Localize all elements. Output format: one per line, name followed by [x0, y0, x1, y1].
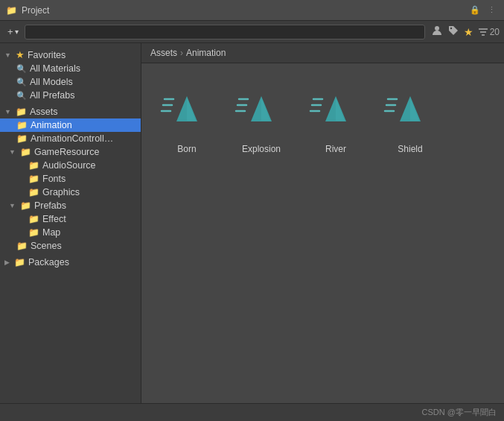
prefabs-folder-icon: 📁: [20, 200, 31, 211]
breadcrumb-root: Assets: [150, 48, 177, 58]
asset-born-icon: [157, 81, 217, 141]
effect-folder-icon: 📁: [28, 214, 39, 224]
title-bar: 📁 Project 🔒 ⋮: [0, 0, 504, 21]
sidebar-item-all-prefabs[interactable]: 🔍 All Prefabs: [0, 89, 141, 102]
sidebar-item-graphics[interactable]: 📁 Graphics: [0, 186, 141, 199]
svg-point-0: [435, 26, 439, 31]
sidebar-item-animationcontroller[interactable]: 📁 AnimationControll…: [0, 132, 141, 145]
content-area: Assets › Animation: [141, 43, 504, 403]
map-folder-icon: 📁: [28, 227, 39, 238]
animctrl-folder-icon: 📁: [16, 133, 28, 144]
search-input[interactable]: [25, 25, 425, 39]
favorites-star: ★: [16, 49, 25, 60]
account-icon[interactable]: [431, 25, 443, 39]
title-bar-left: 📁 Project: [6, 5, 49, 16]
main-layout: ▼ ★ Favorites 🔍 All Materials 🔍 All Mode…: [0, 43, 504, 403]
fonts-label: Fonts: [42, 174, 66, 184]
sidebar-item-animation[interactable]: 📁 Animation: [0, 118, 141, 132]
favorites-arrow: ▼: [4, 51, 11, 59]
tag-icon[interactable]: [447, 25, 459, 39]
asset-explosion-label: Explosion: [242, 144, 281, 154]
prefabs-arrow: ▼: [9, 202, 16, 209]
packages-arrow: ▶: [4, 259, 10, 266]
asset-shield[interactable]: Shield: [377, 75, 444, 157]
title-label: Project: [22, 5, 49, 16]
effect-label: Effect: [42, 214, 66, 224]
audio-folder-icon: 📁: [28, 160, 39, 171]
asset-river[interactable]: River: [302, 75, 369, 157]
breadcrumb: Assets › Animation: [141, 43, 504, 63]
breadcrumb-current: Animation: [186, 48, 226, 58]
asset-river-label: River: [325, 144, 346, 154]
prefabs-label: Prefabs: [34, 200, 66, 211]
search-icon-sm2: 🔍: [16, 77, 27, 87]
assets-label: Assets: [30, 107, 58, 117]
search-icon-sm: 🔍: [16, 64, 27, 74]
scenes-label: Scenes: [31, 241, 62, 251]
sidebar-item-scenes[interactable]: 📁 Scenes: [0, 239, 141, 253]
asset-shield-icon: [380, 81, 440, 141]
folder-icon: 📁: [6, 5, 17, 16]
animctrl-label: AnimationControll…: [31, 133, 113, 144]
sidebar-assets[interactable]: ▼ 📁 Assets: [0, 105, 141, 118]
asset-explosion[interactable]: Explosion: [228, 75, 295, 157]
sidebar: ▼ ★ Favorites 🔍 All Materials 🔍 All Mode…: [0, 43, 141, 403]
gameresource-arrow: ▼: [9, 148, 16, 156]
assets-folder-icon: 📁: [16, 107, 27, 117]
all-materials-label: All Materials: [30, 63, 80, 74]
gameresource-folder-icon: 📁: [20, 147, 31, 157]
packages-folder-icon: 📁: [14, 257, 25, 268]
window-controls: 🔒 ⋮: [468, 4, 498, 16]
scenes-folder-icon: 📁: [16, 241, 28, 251]
all-models-label: All Models: [30, 77, 73, 87]
fonts-folder-icon: 📁: [28, 174, 39, 184]
map-label: Map: [42, 227, 60, 238]
svg-point-1: [450, 28, 451, 29]
bottom-bar: CSDN @零一早聞白: [0, 403, 504, 421]
favorites-label: Favorites: [28, 50, 66, 60]
sidebar-item-all-models[interactable]: 🔍 All Models: [0, 75, 141, 89]
filter-badge[interactable]: 20: [478, 27, 500, 37]
favorites-section: ▼ ★ Favorites 🔍 All Materials 🔍 All Mode…: [0, 46, 141, 104]
sidebar-item-effect[interactable]: 📁 Effect: [0, 212, 141, 226]
toolbar-icons: ★ 20: [431, 25, 500, 39]
animation-folder-icon: 📁: [16, 120, 28, 130]
graphics-label: Graphics: [42, 187, 80, 197]
animation-label: Animation: [31, 120, 72, 130]
assets-grid: Born Explosion: [141, 63, 504, 169]
add-button[interactable]: + ▾: [4, 25, 22, 39]
sidebar-item-gameresource[interactable]: ▼ 📁 GameResource: [0, 145, 141, 159]
search-icon-sm3: 🔍: [16, 91, 27, 101]
asset-explosion-icon: [232, 81, 291, 141]
all-prefabs-label: All Prefabs: [30, 90, 74, 101]
asset-river-icon: [306, 81, 366, 141]
toolbar: + ▾ ★ 20: [0, 21, 504, 43]
menu-icon[interactable]: ⋮: [485, 4, 498, 16]
lock-icon[interactable]: 🔒: [468, 4, 482, 16]
sidebar-favorites[interactable]: ▼ ★ Favorites: [0, 48, 141, 62]
packages-section: ▶ 📁 Packages: [0, 254, 141, 270]
sidebar-item-all-materials[interactable]: 🔍 All Materials: [0, 62, 141, 75]
sidebar-packages[interactable]: ▶ 📁 Packages: [0, 256, 141, 269]
sidebar-item-prefabs[interactable]: ▼ 📁 Prefabs: [0, 199, 141, 212]
graphics-folder-icon: 📁: [28, 187, 39, 197]
gameresource-label: GameResource: [34, 147, 100, 157]
assets-arrow: ▼: [4, 108, 11, 115]
assets-section: ▼ 📁 Assets 📁 Animation 📁 AnimationContro…: [0, 104, 141, 254]
breadcrumb-separator: ›: [180, 48, 183, 58]
star-icon[interactable]: ★: [464, 26, 473, 38]
watermark: CSDN @零一早聞白: [422, 407, 497, 418]
sidebar-item-audiosource[interactable]: 📁 AudioSource: [0, 159, 141, 172]
sidebar-item-fonts[interactable]: 📁 Fonts: [0, 172, 141, 186]
asset-born-label: Born: [177, 144, 196, 154]
asset-shield-label: Shield: [398, 144, 422, 154]
asset-born[interactable]: Born: [153, 75, 220, 157]
packages-label: Packages: [28, 257, 69, 268]
audiosource-label: AudioSource: [42, 160, 96, 171]
sidebar-item-map[interactable]: 📁 Map: [0, 226, 141, 239]
